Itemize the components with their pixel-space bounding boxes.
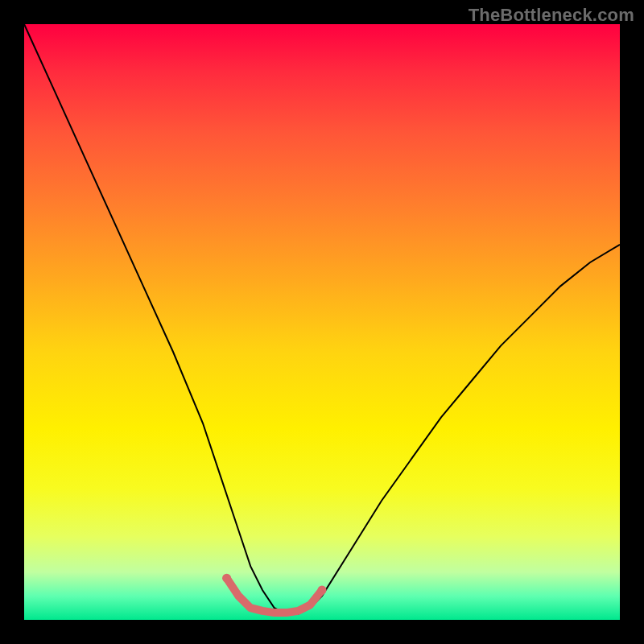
chart-frame: TheBottleneck.com: [0, 0, 644, 644]
series-endpoint: [222, 574, 231, 583]
curve-layer: [24, 24, 620, 620]
series-endpoint: [318, 586, 327, 595]
plot-area: [24, 24, 620, 620]
series-bottleneck-curve: [24, 24, 620, 614]
watermark-text: TheBottleneck.com: [469, 5, 634, 26]
